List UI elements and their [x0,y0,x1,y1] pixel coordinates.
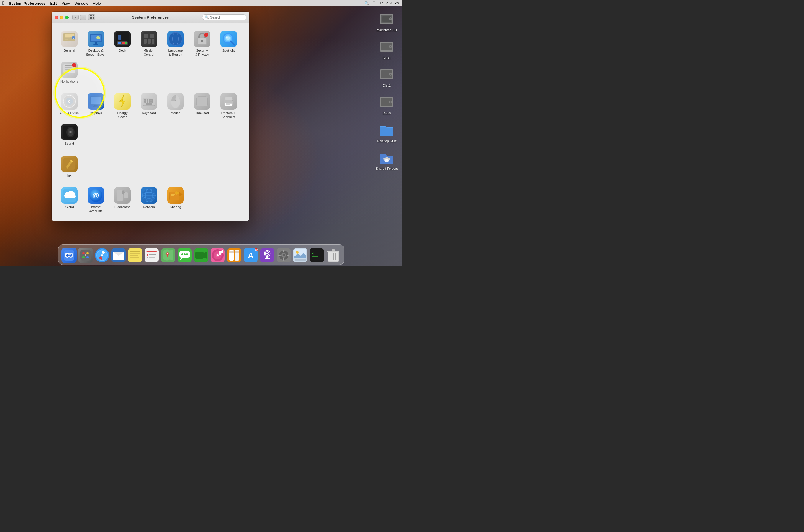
menubar-list-icon[interactable]: ☰ [372,1,376,5]
traffic-lights [55,16,69,19]
pref-sharing[interactable]: Sharing [162,185,189,216]
dock-appstore[interactable]: A 1 [243,248,258,263]
pref-desktop-screensaver[interactable]: Desktop &Screen Saver [83,28,109,59]
pref-timemachine[interactable]: TimeMachine [215,221,242,221]
pref-general[interactable]: N General [56,28,83,59]
svg-point-245 [296,251,299,254]
pref-language[interactable]: Language& Region [162,28,189,59]
svg-rect-226 [235,252,239,253]
svg-rect-194 [130,259,136,259]
search-box[interactable]: 🔍 [202,15,246,20]
dock-terminal[interactable]: $_ [309,248,325,263]
svg-point-199 [147,257,148,259]
pref-icon-icloud [61,187,77,204]
pref-label-language: Language& Region [168,48,183,57]
pref-dock[interactable]: Dock [109,28,136,59]
pref-mission-control[interactable]: MissionControl [136,28,162,59]
dock-messages[interactable] [177,248,192,263]
svg-line-38 [231,41,235,45]
dock-reminders-icon [144,248,159,263]
desktop-icon-disk3[interactable]: Disk3 [374,92,399,116]
dock-finder-icon [61,248,77,263]
menubar-view[interactable]: View [59,1,72,6]
minimize-button[interactable] [60,16,63,19]
dock-launchpad[interactable] [78,248,93,263]
pref-label-printers: Printers &Scanners [221,111,236,119]
trackpad-icon-svg [195,94,209,109]
pref-datetime[interactable]: 18 Date & Time [162,221,189,221]
dock-podcast[interactable] [259,248,275,263]
menubar-edit[interactable]: Edit [48,1,59,6]
menubar-window[interactable]: Window [72,1,91,6]
notes-icon-svg [127,248,143,263]
disk2-icon-svg [379,66,395,82]
desktop-icon-disk1[interactable]: Disk1 [374,37,399,61]
desktop-icon-desktop-stuff[interactable]: Desktop Stuff [374,120,399,144]
pref-parental[interactable]: ParentalControls [83,221,109,221]
close-button[interactable] [55,16,58,19]
dock-podcast-icon [259,248,275,263]
desktop-icon-disk2[interactable]: Disk2 [374,64,399,89]
desktop-icon-shared-folders[interactable]: Shared Folders [374,147,399,172]
pref-mouse[interactable]: Mouse [162,91,189,122]
forward-button[interactable]: › [80,15,87,20]
ink-icon-svg [62,157,76,171]
svg-rect-103 [171,194,176,194]
menubar-app-name[interactable]: System Preferences [6,1,48,6]
pref-security[interactable]: ! Security& Privacy [189,28,215,59]
dock-safari[interactable] [94,248,110,263]
pref-appstore[interactable]: A App Store [109,221,136,221]
maximize-button[interactable] [65,16,69,19]
dock-reminders[interactable] [144,248,159,263]
svg-rect-65 [147,101,148,102]
pref-dictation[interactable]: Dictation& Speech [136,221,162,221]
pref-network[interactable]: Network [136,185,162,216]
apple-menu[interactable]:  [2,1,4,6]
dock-maps[interactable] [161,248,176,263]
pref-label-security: Security& Privacy [195,48,209,57]
pref-printers[interactable]: Printers &Scanners [215,91,242,122]
search-input[interactable] [210,15,245,19]
svg-rect-20 [144,39,147,44]
desktop-icon-macintosh-hd[interactable]: Macintosh HD [374,9,399,33]
pref-energy[interactable]: EnergySaver [109,91,136,122]
dock-finder[interactable] [61,248,77,263]
dock-notes[interactable] [127,248,143,263]
dock-ibooks[interactable] [226,248,242,263]
menubar-search-icon[interactable]: 🔍 [365,1,369,5]
svg-point-70 [175,98,176,100]
pref-ink[interactable]: Ink [56,153,83,180]
pref-startup[interactable]: StartupDisk [189,221,215,221]
pref-users-groups[interactable]: Users &Groups [56,221,83,221]
sysprefs-icon-svg [276,248,291,263]
pref-internet-accounts[interactable]: @ InternetAccounts [83,185,109,216]
pref-displays[interactable]: Displays [83,91,109,122]
pref-icon-desktop [88,31,104,47]
pref-spotlight[interactable]: Spotlight [215,28,242,59]
menubar-help[interactable]: Help [91,1,103,6]
svg-point-40 [226,36,228,38]
svg-point-183 [101,254,103,256]
dock-sysprefs[interactable] [276,248,291,263]
pref-icloud[interactable]: iCloud [56,185,83,216]
pref-notifications[interactable]: Notifications [56,59,83,86]
dock-facetime[interactable] [194,248,209,263]
pref-icon-notifications [61,62,77,78]
svg-rect-193 [130,257,139,258]
dock-iphoto[interactable] [293,248,308,263]
pref-extensions[interactable]: Extensions [109,185,136,216]
pref-cds-dvds[interactable]: CDs & DVDs [56,91,83,122]
shared-folders-icon [378,149,396,166]
dock-trash[interactable] [326,248,341,263]
facetime-icon-svg [194,248,209,263]
grid-view-button[interactable] [88,15,95,20]
dock-mail[interactable] [111,248,126,263]
pref-keyboard[interactable]: Keyboard [136,91,162,122]
svg-rect-21 [148,39,151,44]
svg-text:!: ! [205,33,206,37]
pref-trackpad[interactable]: Trackpad [189,91,215,122]
pref-sound[interactable]: Sound [56,121,83,148]
dock-itunes[interactable] [210,248,225,263]
disk1-label: Disk1 [383,56,391,59]
back-button[interactable]: ‹ [72,15,79,20]
